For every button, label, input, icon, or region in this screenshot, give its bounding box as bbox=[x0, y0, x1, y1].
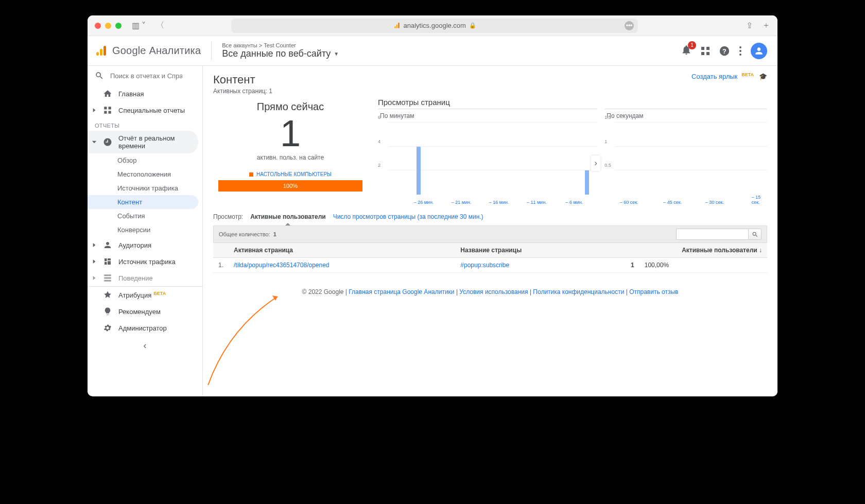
nav-realtime-3[interactable]: Контент bbox=[88, 195, 198, 209]
notification-badge: 1 bbox=[688, 41, 696, 49]
table-search-input[interactable] bbox=[676, 229, 748, 240]
minimize-dot[interactable] bbox=[105, 23, 111, 29]
nav-recommendations[interactable]: Рекомендуем bbox=[88, 303, 202, 320]
apps-icon[interactable] bbox=[701, 47, 710, 55]
chevron-right-icon bbox=[91, 274, 98, 282]
tab-pageviews[interactable]: Число просмотров страницы (за последние … bbox=[333, 212, 483, 221]
right-now-title: Прямо сейчас bbox=[213, 101, 368, 113]
footer-link[interactable]: Условия использования bbox=[459, 288, 528, 296]
th-page-title[interactable]: Название страницы bbox=[455, 243, 608, 258]
table-search-button[interactable] bbox=[748, 229, 762, 240]
table-row[interactable]: 1. /tilda/popup/rec436514708/opened #pop… bbox=[213, 258, 767, 273]
chart-minutes-label: По минутам bbox=[378, 112, 597, 119]
analytics-logo-icon bbox=[95, 45, 107, 57]
back-button[interactable]: 〈 bbox=[156, 20, 164, 31]
nav-realtime-5[interactable]: Конверсии bbox=[88, 223, 202, 237]
svg-rect-4 bbox=[100, 49, 102, 56]
help-icon[interactable]: ? bbox=[719, 45, 730, 57]
realtime-group: Отчёт в реальном времени ОбзорМестополож… bbox=[88, 131, 202, 237]
nav-custom-reports[interactable]: Специальные отчеты bbox=[88, 102, 202, 118]
nav-acquisition[interactable]: Источник трафика bbox=[88, 253, 202, 270]
page-title: Контент bbox=[213, 73, 767, 86]
search-icon bbox=[95, 71, 104, 80]
zoom-dot[interactable] bbox=[115, 23, 122, 29]
nav-attribution[interactable]: АтрибуцияБЕТА bbox=[88, 287, 202, 303]
page-path-link[interactable]: /tilda/popup/rec436514708/opened bbox=[229, 258, 455, 273]
active-pages-count: Активных страниц: 1 bbox=[213, 88, 767, 95]
share-icon[interactable]: ⇪ bbox=[746, 21, 753, 30]
svg-rect-10 bbox=[104, 111, 107, 114]
close-dot[interactable] bbox=[95, 23, 101, 29]
view-tabs: Просмотр: Активные пользователи Число пр… bbox=[213, 212, 767, 221]
chevron-right-icon bbox=[91, 258, 98, 265]
th-active-page[interactable]: Активная страница bbox=[229, 243, 455, 258]
nav-realtime[interactable]: Отчёт в реальном времени bbox=[88, 131, 198, 153]
new-tab-icon[interactable]: ＋ bbox=[762, 20, 770, 31]
svg-rect-8 bbox=[104, 107, 107, 109]
sidebar-bottom: АтрибуцияБЕТА Рекомендуем Администратор … bbox=[88, 286, 202, 355]
chart-area-seconds: 0.511.5– 60 сек.– 45 сек.– 30 сек.– 15 с… bbox=[604, 123, 767, 205]
traffic-lights bbox=[95, 23, 122, 29]
svg-rect-5 bbox=[103, 46, 106, 56]
notifications-button[interactable]: 1 bbox=[681, 44, 692, 58]
url-bar[interactable]: analytics.google.com 🔒 ••• bbox=[231, 19, 638, 33]
nav-audience[interactable]: Аудитория bbox=[88, 237, 202, 253]
chevron-right-icon bbox=[91, 241, 98, 249]
svg-rect-1 bbox=[396, 24, 397, 28]
svg-text:?: ? bbox=[722, 47, 726, 55]
behavior-icon bbox=[103, 273, 112, 283]
lock-icon: 🔒 bbox=[469, 22, 476, 29]
person-icon bbox=[754, 46, 764, 56]
chart-next-icon[interactable]: › bbox=[591, 155, 600, 171]
account-avatar[interactable] bbox=[751, 43, 767, 59]
charts-block: Просмотры страниц По минутам › 246– 26 м… bbox=[378, 98, 767, 205]
chart-minutes: По минутам › 246– 26 мин.– 21 мин.– 16 м… bbox=[378, 109, 597, 205]
nav-home[interactable]: Главная bbox=[88, 85, 202, 102]
footer: © 2022 Google | Главная страница Google … bbox=[213, 273, 767, 311]
nav-realtime-1[interactable]: Местоположения bbox=[88, 167, 202, 181]
collapse-sidebar-button[interactable]: ‹ bbox=[88, 336, 202, 355]
search-input[interactable] bbox=[110, 72, 182, 80]
chart-seconds: По секундам 0.511.5– 60 сек.– 45 сек.– 3… bbox=[604, 109, 767, 205]
active-users-label: активн. польз. на сайте bbox=[213, 154, 368, 161]
svg-rect-11 bbox=[109, 111, 111, 114]
ga-favicon bbox=[393, 22, 401, 29]
sidebar-toggle-icon[interactable]: ▥ ˅ bbox=[132, 21, 146, 30]
nav-realtime-2[interactable]: Источники трафика bbox=[88, 181, 202, 195]
totals-label: Общее количество: 1 bbox=[219, 231, 276, 237]
footer-link[interactable]: Политика конфиденциальности bbox=[533, 288, 624, 296]
active-users-number: 1 bbox=[213, 115, 368, 152]
more-menu-icon[interactable] bbox=[739, 46, 741, 56]
nav-behavior[interactable]: Поведение bbox=[88, 270, 202, 286]
acquisition-icon bbox=[103, 257, 112, 266]
chevron-down-icon: ▼ bbox=[334, 51, 339, 57]
account-selector[interactable]: Все аккаунты > Test Counter Все данные п… bbox=[222, 42, 339, 59]
chart-area-minutes: › 246– 26 мин.– 21 мин.– 16 мин.– 11 мин… bbox=[378, 123, 597, 205]
th-active-users[interactable]: Активные пользователи ↓ bbox=[609, 243, 767, 258]
footer-link[interactable]: Отправить отзыв bbox=[629, 288, 678, 296]
footer-link[interactable]: Главная страница Google Аналитики bbox=[349, 288, 454, 296]
mac-toolbar-right: ⇪ ＋ bbox=[746, 20, 770, 31]
page-title-link[interactable]: #popup:subscribe bbox=[455, 258, 608, 273]
content: Создать ярлык BETA 🎓 Контент Активных ст… bbox=[203, 66, 777, 396]
active-pages-table: Активная страница Название страницы Акти… bbox=[213, 243, 767, 273]
search-icon bbox=[752, 231, 758, 238]
create-shortcut-link[interactable]: Создать ярлык BETA bbox=[691, 72, 754, 80]
view-name: Все данные по веб-сайту ▼ bbox=[222, 48, 339, 59]
home-icon bbox=[103, 89, 112, 98]
chevron-down-icon bbox=[91, 138, 98, 146]
nav-realtime-0[interactable]: Обзор bbox=[88, 153, 202, 167]
nav-realtime-4[interactable]: События bbox=[88, 209, 202, 223]
attribution-icon bbox=[103, 290, 112, 300]
dashboard-icon bbox=[103, 106, 112, 115]
sidebar-search[interactable] bbox=[88, 66, 202, 85]
nav-admin[interactable]: Администратор bbox=[88, 320, 202, 336]
education-icon[interactable]: 🎓 bbox=[759, 73, 767, 80]
device-bar: 100% bbox=[218, 180, 362, 192]
reader-icon[interactable]: ••• bbox=[625, 21, 634, 30]
tab-active-users[interactable]: Активные пользователи bbox=[250, 212, 326, 221]
person-icon bbox=[103, 240, 112, 250]
ga-body: Главная Специальные отчеты ОТЧЕТЫ Отчёт … bbox=[88, 66, 777, 396]
browser-window: ▥ ˅ 〈 analytics.google.com 🔒 ••• ⇪ ＋ Goo… bbox=[88, 15, 777, 396]
ga-logo[interactable]: Google Аналитика bbox=[95, 45, 201, 57]
